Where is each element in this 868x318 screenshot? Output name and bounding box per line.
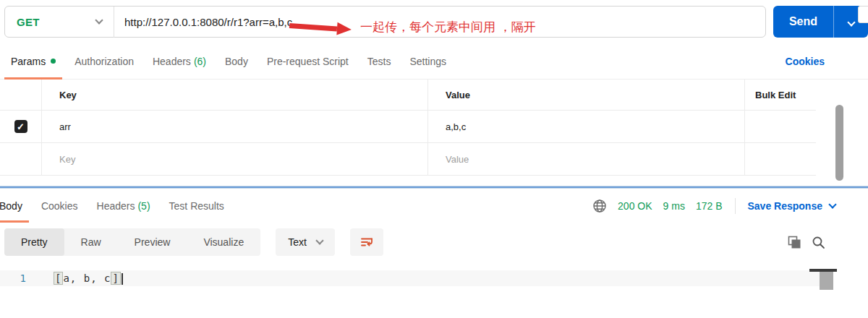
method-label: GET <box>17 16 40 28</box>
save-response-button[interactable]: Save Response <box>748 200 836 212</box>
table-row: ✓ arr a,b,c <box>0 111 816 143</box>
tab-response-body[interactable]: Body <box>0 189 32 223</box>
headers-count: (6) <box>194 56 206 67</box>
tab-authorization[interactable]: Authorization <box>65 43 143 80</box>
chevron-down-icon <box>95 16 103 24</box>
cropped-side-panel-button[interactable] <box>858 6 868 23</box>
tab-tests[interactable]: Tests <box>358 43 401 80</box>
tab-settings[interactable]: Settings <box>400 43 456 80</box>
method-dropdown[interactable]: GET <box>5 16 114 28</box>
response-tabs: Body Cookies Headers (5) Test Results 20… <box>0 189 868 223</box>
response-time[interactable]: 9 ms <box>663 200 685 212</box>
response-body-editor[interactable]: 1 [a, b, c] <box>0 262 868 315</box>
tab-response-cookies[interactable]: Cookies <box>32 189 88 223</box>
chevron-down-icon <box>828 200 836 208</box>
tab-test-results[interactable]: Test Results <box>160 189 234 223</box>
response-toolbar: Pretty Raw Preview Visualize Text <box>0 223 868 262</box>
tab-body[interactable]: Body <box>216 43 258 80</box>
postman-window: GET 一起传，每个元素中间用 ，隔开 Send Params Authoriz… <box>0 0 868 318</box>
bracket-open: [ <box>54 272 63 285</box>
table-header-row: Key Value Bulk Edit <box>0 80 816 111</box>
status-code[interactable]: 200 OK <box>618 200 652 212</box>
send-button[interactable]: Send <box>773 6 833 38</box>
active-tab-underline <box>4 77 62 80</box>
chevron-down-icon <box>847 18 855 26</box>
search-icon[interactable] <box>812 236 825 249</box>
text-cursor <box>122 273 123 285</box>
response-actions <box>788 236 825 249</box>
request-tabs: Params Authorization Headers (6) Body Pr… <box>0 43 868 80</box>
response-meta: 200 OK 9 ms 172 B Save Response <box>592 198 835 214</box>
code-vertical-scrollbar[interactable] <box>820 272 833 290</box>
copy-icon[interactable] <box>788 236 801 249</box>
divider <box>735 198 736 214</box>
row-checkbox-checked[interactable]: ✓ <box>14 120 27 133</box>
response-size[interactable]: 172 B <box>696 200 723 212</box>
param-key-input-placeholder[interactable]: Key <box>42 143 428 175</box>
code-line: 1 [a, b, c] <box>0 270 828 286</box>
tab-response-headers[interactable]: Headers (5) <box>88 189 160 223</box>
params-active-dot <box>51 59 56 64</box>
response-headers-count: (5) <box>137 200 150 212</box>
value-column-header: Value <box>428 80 745 110</box>
wrap-lines-button[interactable] <box>350 228 383 256</box>
tab-prerequest-script[interactable]: Pre-request Script <box>258 43 358 80</box>
param-key-cell[interactable]: arr <box>42 111 428 142</box>
wrap-lines-icon <box>360 236 373 249</box>
tab-params[interactable]: Params <box>1 43 65 80</box>
view-raw[interactable]: Raw <box>64 228 118 256</box>
cookies-link[interactable]: Cookies <box>786 56 825 67</box>
code-text: [a, b, c] <box>33 272 123 285</box>
key-column-header: Key <box>42 80 428 110</box>
url-input[interactable] <box>114 16 765 28</box>
tab-label: Params <box>11 56 46 67</box>
vertical-scrollbar[interactable] <box>835 105 843 181</box>
url-field: GET <box>4 6 766 38</box>
view-pretty[interactable]: Pretty <box>4 228 64 256</box>
chevron-down-icon <box>315 236 323 244</box>
format-dropdown[interactable]: Text <box>276 228 335 256</box>
view-mode-segments: Pretty Raw Preview Visualize <box>4 228 260 256</box>
param-value-input-placeholder[interactable]: Value <box>428 143 745 175</box>
bulk-edit-button[interactable]: Bulk Edit <box>745 80 816 110</box>
active-tab-underline <box>0 220 29 223</box>
bracket-close: ] <box>111 272 120 285</box>
request-url-bar: GET 一起传，每个元素中间用 ，隔开 Send <box>0 0 868 43</box>
params-table: Key Value Bulk Edit ✓ arr a,b,c Key Valu… <box>0 80 816 176</box>
view-visualize[interactable]: Visualize <box>187 228 260 256</box>
tab-headers[interactable]: Headers (6) <box>143 43 216 80</box>
view-preview[interactable]: Preview <box>118 228 187 256</box>
line-number: 1 <box>0 272 33 284</box>
network-globe-icon <box>592 199 607 213</box>
table-row-empty: Key Value <box>0 143 816 176</box>
param-value-cell[interactable]: a,b,c <box>428 111 745 142</box>
checkbox-column-header <box>0 80 42 110</box>
